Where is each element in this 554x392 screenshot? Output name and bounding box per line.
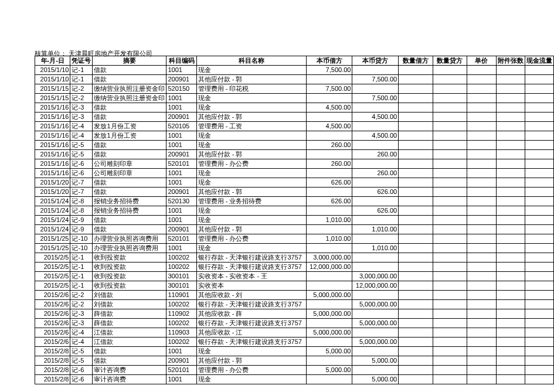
cell-credit: 1,010.00 [352,244,399,253]
cell-att [496,253,525,263]
cell-att [496,263,525,272]
cell-cash [525,103,553,113]
cell-credit: 260.00 [352,150,399,159]
cell-qd [399,291,433,300]
cell-credit: 7,500.00 [352,75,399,84]
cell-qc [433,141,467,150]
table-row: 2015/2/6记-3薛借款110902其他应收款 - 薛5,000,000.0… [35,309,554,319]
cell-credit [352,197,399,206]
cell-vno: 记-1 [70,66,93,75]
cell-qd [399,159,433,169]
cell-summary: 审计咨询费 [93,366,166,375]
table-row: 2015/1/16记-5借款200901其他应付款 - 郭260.00 [35,150,554,159]
table-row: 2015/1/20记-7借款1001现金626.00 [35,178,554,188]
cell-cash [525,141,553,150]
table-row: 2015/1/15记-2缴纳营业执照注册资金印520150管理费用 - 印花税7… [35,84,554,94]
table-row: 2015/1/25记-10办理营业执照咨询费用1001现金1,010.00 [35,244,554,253]
cell-name: 现金 [196,244,306,253]
cell-price [467,263,496,272]
cell-name: 现金 [196,216,306,225]
cell-date: 2015/2/5 [35,263,70,272]
cell-summary: 报销业务招待费 [93,197,166,206]
cell-debit [306,281,352,291]
cell-code: 520150 [166,84,196,94]
cell-qc [433,197,467,206]
cell-vno: 记-4 [70,122,93,131]
cell-name: 管理费用 - 办公费 [196,234,306,244]
cell-date: 2015/1/16 [35,131,70,141]
cell-date: 2015/2/6 [35,319,70,328]
cell-att [496,366,525,375]
cell-cash [525,300,553,309]
cell-debit [306,131,352,141]
cell-debit: 626.00 [306,197,352,206]
cell-code: 110901 [166,291,196,300]
cell-qc [433,94,467,103]
table-row: 2015/1/24记-9借款200901其他应付款 - 郭1,010.00 [35,225,554,234]
cell-debit [306,225,352,234]
cell-date: 2015/2/5 [35,253,70,263]
cell-cash [525,84,553,94]
cell-qc [433,272,467,281]
cell-code: 200901 [166,150,196,159]
cell-name: 银行存款 - 天津银行建设路支行3757 [196,338,306,347]
cell-price [467,347,496,356]
cell-att [496,113,525,122]
cell-vno: 记-5 [70,347,93,356]
cell-price [467,141,496,150]
cell-summary: 借款 [93,141,166,150]
cell-cash [525,356,553,366]
cell-name: 其他应收款 - 刘 [196,291,306,300]
cell-credit: 7,500.00 [352,94,399,103]
cell-summary: 审计咨询费 [93,375,166,384]
cell-att [496,131,525,141]
cell-vno: 记-4 [70,328,93,338]
cell-code: 110903 [166,328,196,338]
table-row: 2015/2/6记-3薛借款100202银行存款 - 天津银行建设路支行3757… [35,319,554,328]
cell-qd [399,309,433,319]
cell-att [496,66,525,75]
cell-debit [306,188,352,197]
cell-vno: 记-8 [70,206,93,216]
cell-att [496,225,525,234]
cell-att [496,75,525,84]
cell-credit: 626.00 [352,206,399,216]
cell-credit [352,216,399,225]
cell-price [467,328,496,338]
cell-date: 2015/1/10 [35,75,70,84]
cell-date: 2015/1/20 [35,178,70,188]
cell-debit [306,113,352,122]
cell-qc [433,281,467,291]
cell-qd [399,169,433,178]
cell-cash [525,169,553,178]
cell-price [467,225,496,234]
cell-att [496,328,525,338]
cell-summary: 借款 [93,150,166,159]
cell-code: 200901 [166,225,196,234]
cell-cash [525,113,553,122]
cell-debit: 626.00 [306,178,352,188]
cell-name: 其他应付款 - 郭 [196,113,306,122]
cell-credit: 4,500.00 [352,113,399,122]
cell-qd [399,206,433,216]
col-vno-header: 凭证号 [70,56,93,66]
cell-qc [433,131,467,141]
cell-att [496,188,525,197]
cell-att [496,178,525,188]
cell-name: 其他应付款 - 郭 [196,225,306,234]
cell-debit: 260.00 [306,159,352,169]
cell-code: 520101 [166,234,196,244]
cell-att [496,150,525,159]
ledger-table: 年-月-日 凭证号 摘要 科目编码 科目名称 本币借方 本币贷方 数量借方 数量… [35,56,554,384]
cell-qc [433,356,467,366]
cell-debit [306,375,352,384]
cell-name: 银行存款 - 天津银行建设路支行3757 [196,253,306,263]
cell-debit [306,338,352,347]
cell-att [496,141,525,150]
cell-cash [525,347,553,356]
cell-code: 520130 [166,197,196,206]
cell-date: 2015/1/24 [35,206,70,216]
cell-qd [399,94,433,103]
cell-summary: 薛借款 [93,319,166,328]
cell-qc [433,169,467,178]
